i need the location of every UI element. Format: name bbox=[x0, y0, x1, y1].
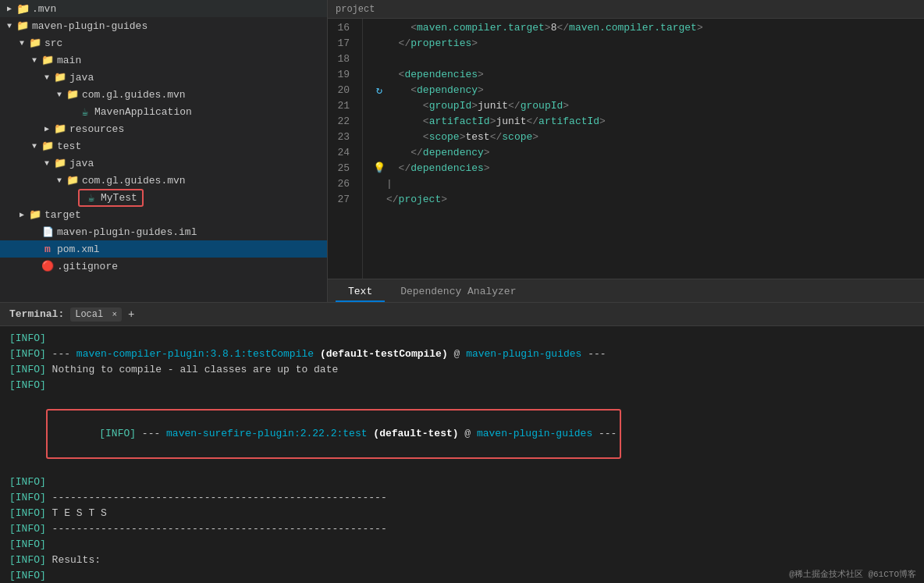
tree-label-pom: pom.xml bbox=[57, 244, 100, 255]
terminal-tab-close[interactable]: × bbox=[112, 310, 117, 319]
code-text-16: <maven.compiler.target>8</maven.compiler… bbox=[386, 20, 924, 36]
file-tree-sidebar: ▶ 📁 .mvn ▼ 📁 maven-plugin-guides ▼ 📁 src… bbox=[0, 0, 328, 302]
tree-label-mytest: MyTest bbox=[101, 192, 137, 204]
iml-icon: 📄 bbox=[41, 226, 55, 238]
folder-icon-target: 📁 bbox=[28, 208, 42, 221]
git-icon: 🔴 bbox=[41, 260, 55, 272]
tree-label-mvn: .mvn bbox=[32, 3, 56, 15]
tree-label-gitignore: .gitignore bbox=[57, 261, 118, 272]
tree-item-java-test[interactable]: ▼ 📁 java bbox=[0, 155, 327, 172]
tree-label-main: main bbox=[57, 55, 81, 66]
code-line-25: 💡 </dependencies> bbox=[372, 161, 924, 176]
term-line-4: [INFO] bbox=[9, 378, 915, 393]
terminal-area: Terminal: Local × + [INFO] [INFO] --- ma… bbox=[0, 302, 924, 583]
line-numbers: 16 17 18 19 20 21 22 23 24 25 26 27 bbox=[328, 19, 363, 279]
tree-arrow-src: ▼ bbox=[16, 39, 28, 48]
folder-icon-com-gl-test: 📁 bbox=[66, 174, 80, 187]
code-line-16: <maven.compiler.target>8</maven.compiler… bbox=[372, 20, 924, 36]
tree-item-test[interactable]: ▼ 📁 test bbox=[0, 137, 327, 155]
tab-text[interactable]: Text bbox=[336, 283, 385, 302]
term-line-2: [INFO] --- maven-compiler-plugin:3.8.1:t… bbox=[9, 347, 915, 362]
java-icon-mytest: ☕ bbox=[84, 191, 98, 204]
term-line-3: [INFO] Nothing to compile - all classes … bbox=[9, 362, 915, 378]
code-text-19: <dependencies> bbox=[386, 67, 924, 83]
code-line-23: <scope>test</scope> bbox=[372, 130, 924, 145]
terminal-title-label: Terminal: bbox=[9, 308, 64, 320]
term-line-12: [INFO] bbox=[9, 568, 915, 583]
code-line-22: <artifactId>junit</artifactId> bbox=[372, 114, 924, 130]
tree-label-resources: resources bbox=[69, 123, 124, 135]
tree-item-com-gl-main[interactable]: ▼ 📁 com.gl.guides.mvn bbox=[0, 86, 327, 103]
tree-label-java-test: java bbox=[69, 158, 94, 169]
term-line-9: [INFO] ---------------------------------… bbox=[9, 521, 915, 537]
terminal-add-button[interactable]: + bbox=[128, 308, 134, 321]
code-text-20: <dependency> bbox=[386, 83, 924, 98]
tree-item-com-gl-test[interactable]: ▼ 📁 com.gl.guides.mvn bbox=[0, 172, 327, 189]
terminal-tab-label: Local bbox=[75, 309, 103, 320]
java-icon-maven-app: ☕ bbox=[78, 105, 92, 119]
terminal-content[interactable]: [INFO] [INFO] --- maven-compiler-plugin:… bbox=[0, 326, 924, 583]
code-text-27: </project> bbox=[386, 192, 924, 208]
code-text-26: | bbox=[386, 176, 924, 192]
tree-arrow-java-main: ▼ bbox=[41, 73, 53, 82]
tree-item-iml[interactable]: 📄 maven-plugin-guides.iml bbox=[0, 223, 327, 240]
tree-arrow-mvn: ▶ bbox=[3, 4, 16, 13]
tree-arrow-main: ▼ bbox=[28, 56, 41, 65]
tree-item-mytest[interactable]: ☕ MyTest bbox=[0, 189, 327, 206]
breadcrumb: project bbox=[328, 0, 924, 19]
tree-item-gitignore[interactable]: 🔴 .gitignore bbox=[0, 258, 327, 275]
tree-label-guides: maven-plugin-guides bbox=[32, 20, 147, 32]
term-line-7: [INFO] ---------------------------------… bbox=[9, 490, 915, 506]
tree-label-test: test bbox=[57, 140, 81, 152]
tabs-bar: Text Dependency Analyzer bbox=[328, 279, 924, 302]
breadcrumb-text: project bbox=[336, 4, 375, 15]
code-content[interactable]: <maven.compiler.target>8</maven.compiler… bbox=[363, 19, 924, 279]
term-line-6: [INFO] bbox=[9, 475, 915, 490]
terminal-tab-local[interactable]: Local × bbox=[70, 307, 122, 322]
code-line-27: </project> bbox=[372, 192, 924, 208]
tree-label-maven-app: MavenApplication bbox=[94, 106, 192, 118]
tree-item-maven-plugin-guides[interactable]: ▼ 📁 maven-plugin-guides bbox=[0, 17, 327, 34]
code-text-24: </dependency> bbox=[386, 145, 924, 161]
tree-arrow-java-test: ▼ bbox=[41, 159, 53, 168]
tree-arrow-com-gl-test: ▼ bbox=[53, 176, 66, 185]
tree-arrow-test: ▼ bbox=[28, 142, 41, 151]
tree-item-resources[interactable]: ▶ 📁 resources bbox=[0, 120, 327, 137]
main-area: ▶ 📁 .mvn ▼ 📁 maven-plugin-guides ▼ 📁 src… bbox=[0, 0, 924, 302]
tree-item-target[interactable]: ▶ 📁 target bbox=[0, 206, 327, 223]
tree-arrow-guides: ▼ bbox=[3, 22, 16, 30]
code-text-23: <scope>test</scope> bbox=[386, 130, 924, 145]
tree-item-main[interactable]: ▼ 📁 main bbox=[0, 52, 327, 69]
tree-label-iml: maven-plugin-guides.iml bbox=[57, 226, 197, 238]
xml-icon-pom: m bbox=[41, 244, 55, 255]
tree-label-com-gl-main: com.gl.guides.mvn bbox=[82, 89, 186, 101]
tree-item-maven-application[interactable]: ☕ MavenApplication bbox=[0, 103, 327, 120]
tree-item-java-main[interactable]: ▼ 📁 java bbox=[0, 69, 327, 86]
tree-label-src: src bbox=[44, 37, 62, 49]
tree-item-src[interactable]: ▼ 📁 src bbox=[0, 34, 327, 52]
folder-icon-src: 📁 bbox=[28, 37, 42, 49]
code-line-24: </dependency> bbox=[372, 145, 924, 161]
tree-item-pom[interactable]: m pom.xml bbox=[0, 240, 327, 258]
folder-icon-guides: 📁 bbox=[16, 20, 30, 32]
code-line-17: </properties> bbox=[372, 36, 924, 52]
code-line-18 bbox=[372, 52, 924, 67]
tree-item-mvn[interactable]: ▶ 📁 .mvn bbox=[0, 0, 327, 17]
gutter-warn-icon-25: 💡 bbox=[372, 161, 386, 176]
gutter-refresh-icon-20: ↻ bbox=[372, 83, 386, 98]
folder-icon-main: 📁 bbox=[41, 54, 55, 66]
tree-arrow-resources: ▶ bbox=[41, 124, 53, 133]
code-text-18 bbox=[386, 52, 924, 67]
folder-icon-test: 📁 bbox=[41, 140, 55, 152]
term-line-11: [INFO] Results: bbox=[9, 553, 915, 568]
term-line-1: [INFO] bbox=[9, 331, 915, 347]
code-line-20: ↻ <dependency> bbox=[372, 83, 924, 98]
code-area: 16 17 18 19 20 21 22 23 24 25 26 27 <mav… bbox=[328, 19, 924, 279]
tree-arrow-target: ▶ bbox=[16, 210, 28, 219]
folder-icon-resources: 📁 bbox=[53, 123, 67, 135]
term-line-10: [INFO] bbox=[9, 537, 915, 553]
tab-dependency-analyzer[interactable]: Dependency Analyzer bbox=[388, 283, 528, 302]
code-line-26: | bbox=[372, 176, 924, 192]
code-line-21: <groupId>junit</groupId> bbox=[372, 98, 924, 114]
code-text-17: </properties> bbox=[386, 36, 924, 52]
